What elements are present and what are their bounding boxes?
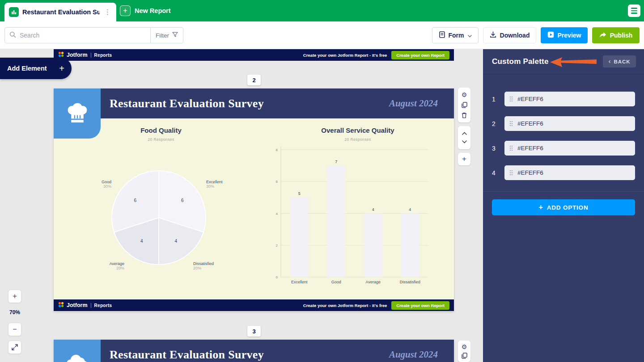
svg-text:Good: Good — [331, 280, 341, 284]
palette-row-index: 2 — [492, 116, 496, 131]
chevron-left-icon: ‹ — [608, 57, 611, 65]
palette-color-value: #EFEFF6 — [517, 169, 543, 176]
tab-menu-icon[interactable]: ⋮ — [103, 8, 112, 16]
publish-button[interactable]: Publish — [592, 27, 640, 43]
report-chart-icon — [9, 7, 19, 17]
app-screen: Restaurant Evaluation Survey ⋮ + New Rep… — [0, 0, 644, 362]
bar-chart-title-block: Overall Service Quality 20 Responses — [268, 126, 447, 142]
report-title: Restaurant Evaluation Survey — [110, 97, 264, 110]
palette-row: 2 #EFEFF6 — [483, 116, 644, 131]
page-number-badge: 3 — [247, 326, 261, 337]
add-page-button[interactable]: + — [458, 156, 470, 163]
svg-text:7: 7 — [335, 160, 337, 164]
new-report-label: New Report — [135, 7, 171, 14]
svg-text:5: 5 — [298, 191, 301, 196]
svg-text:Excellent: Excellent — [206, 180, 223, 184]
svg-text:Average: Average — [366, 280, 381, 284]
create-report-button[interactable]: Create your own Report — [391, 51, 449, 59]
divider — [91, 303, 91, 308]
palette-row: 3 #EFEFF6 — [483, 141, 644, 156]
move-down-button[interactable] — [458, 140, 470, 143]
drag-handle-icon[interactable] — [509, 145, 513, 151]
palette-color-value: #EFEFF6 — [517, 145, 543, 152]
cloud-icon — [64, 352, 90, 362]
svg-text:6: 6 — [134, 198, 137, 203]
palette-color-input[interactable]: #EFEFF6 — [504, 141, 635, 156]
svg-text:4: 4 — [409, 207, 411, 212]
zoom-out-button[interactable]: − — [8, 323, 21, 336]
svg-text:4: 4 — [276, 212, 278, 216]
report-title: Restaurant Evaluation Survey — [110, 348, 264, 362]
back-button[interactable]: ‹ BACK — [603, 55, 636, 67]
report-header: Restaurant Evaluation Survey August 2024 — [54, 340, 454, 362]
reports-label: Reports — [94, 303, 112, 308]
trash-icon — [462, 112, 467, 118]
reports-label: Reports — [94, 53, 112, 58]
publish-label: Publish — [610, 32, 633, 39]
add-element-label: Add Element — [7, 65, 47, 72]
report-page-2[interactable]: Restaurant Evaluation Survey August 2024… — [54, 88, 454, 311]
promo-message: Create your own Jotform Report - It's fr… — [303, 303, 387, 308]
svg-text:30%: 30% — [103, 184, 111, 189]
svg-text:Good: Good — [102, 180, 111, 184]
page-theme-corner — [54, 340, 101, 362]
palette-color-input[interactable]: #EFEFF6 — [504, 92, 635, 106]
annotation-arrow-icon — [550, 56, 597, 68]
palette-row: 1 #EFEFF6 — [483, 92, 644, 106]
filter-button[interactable]: Filter — [150, 27, 183, 43]
palette-color-input[interactable]: #EFEFF6 — [504, 116, 635, 131]
palette-color-value: #EFEFF6 — [517, 96, 543, 102]
add-element-button[interactable]: Add Element + — [0, 58, 72, 79]
svg-text:4: 4 — [175, 239, 178, 244]
plus-icon: + — [462, 156, 466, 163]
add-option-button[interactable]: + ADD OPTION — [492, 199, 635, 215]
new-report-button[interactable]: + New Report — [120, 0, 171, 21]
custom-palette-panel: Custom Palette ‹ BACK 1 #EFEFF6 2 #EFEFF… — [483, 49, 644, 362]
gear-icon: ⚙ — [462, 92, 467, 98]
svg-text:4: 4 — [140, 239, 143, 244]
form-icon — [439, 31, 445, 39]
palette-row-index: 1 — [492, 92, 496, 106]
svg-text:Dissatisfied: Dissatisfied — [193, 261, 214, 266]
page-settings-button[interactable]: ⚙ — [458, 92, 470, 98]
move-up-button[interactable] — [458, 132, 470, 135]
jotform-promo-bar: Jotform Reports Create your own Jotform … — [54, 49, 454, 61]
preview-label: Preview — [558, 32, 581, 39]
panel-title: Custom Palette — [492, 57, 549, 66]
chef-hat-icon — [65, 101, 89, 126]
search-input[interactable] — [20, 32, 146, 39]
duplicate-page-button[interactable] — [458, 102, 470, 108]
panel-divider — [483, 74, 644, 74]
download-button[interactable]: Download — [483, 27, 536, 43]
page-settings-button[interactable]: ⚙ — [458, 344, 470, 350]
svg-text:Average: Average — [110, 261, 124, 266]
palette-color-input[interactable]: #EFEFF6 — [504, 165, 635, 180]
report-tab[interactable]: Restaurant Evaluation Survey ⋮ — [4, 3, 116, 21]
download-icon — [490, 31, 496, 39]
report-page-3[interactable]: Restaurant Evaluation Survey August 2024 — [54, 340, 454, 362]
drag-handle-icon[interactable] — [509, 96, 513, 102]
jotform-logo-icon — [58, 301, 64, 309]
preview-button[interactable]: Preview — [541, 27, 588, 43]
duplicate-page-button[interactable] — [458, 353, 470, 359]
chevron-down-icon — [462, 140, 467, 143]
main-menu-button[interactable] — [628, 4, 640, 17]
copy-icon — [462, 353, 467, 359]
svg-text:6: 6 — [181, 198, 184, 203]
svg-text:20%: 20% — [116, 266, 124, 270]
search-box — [4, 27, 151, 43]
form-select[interactable]: Form — [432, 27, 479, 43]
panel-divider — [483, 191, 644, 192]
jotform-wordmark: Jotform — [67, 52, 88, 58]
back-label: BACK — [614, 59, 630, 64]
drag-handle-icon[interactable] — [509, 121, 513, 126]
delete-page-button[interactable] — [458, 112, 470, 118]
svg-text:4: 4 — [372, 207, 374, 212]
zoom-in-button[interactable]: + — [8, 290, 21, 303]
drag-handle-icon[interactable] — [509, 170, 513, 176]
fullscreen-button[interactable] — [8, 341, 21, 354]
page-move-group — [458, 126, 470, 149]
svg-text:Dissatisfied: Dissatisfied — [400, 280, 420, 284]
filter-label: Filter — [156, 32, 169, 39]
create-report-button[interactable]: Create your own Report — [391, 301, 449, 310]
